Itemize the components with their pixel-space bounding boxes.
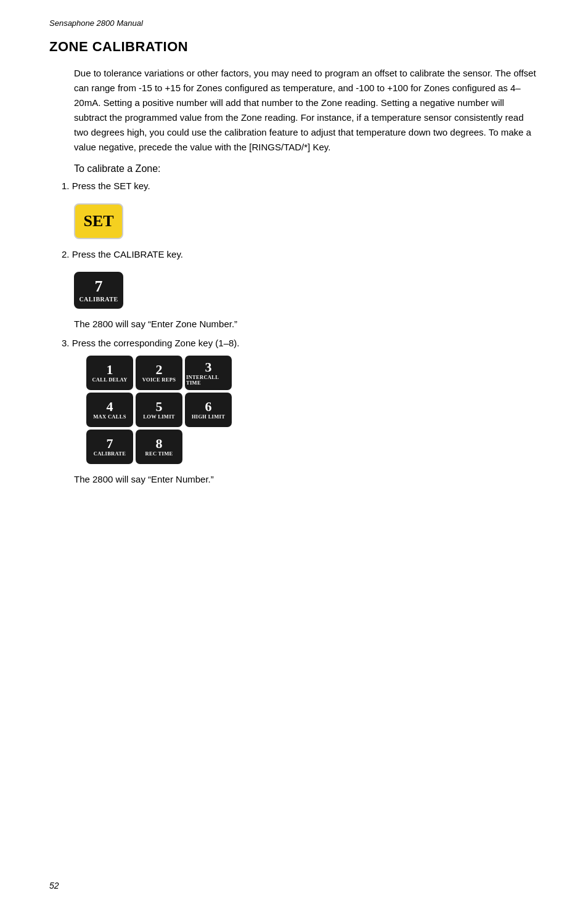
zone-key-5[interactable]: 5 LOW LIMIT [136,393,182,427]
zone-key-4[interactable]: 4 MAX CALLS [86,393,133,427]
step2-label: 2. Press the CALIBRATE key. [62,249,539,259]
calibrate-key-number: 7 [95,278,103,296]
step3-label: 3. Press the corresponding Zone key (1–8… [62,338,539,348]
zone-key-6-label: HIGH LIMIT [192,414,225,420]
page: Sensaphone 2800 Manual ZONE CALIBRATION … [0,0,588,909]
page-number: 52 [49,881,59,891]
zone-keys-row-1: 1 CALL DELAY 2 VOICE REPS 3 INTERCALL TI… [86,356,539,390]
calibrate-key-label: CALIBRATE [79,296,118,303]
zone-key-2-label: VOICE REPS [142,377,176,383]
zone-key-8[interactable]: 8 REC TIME [136,430,182,464]
step1-label: 1. Press the SET key. [62,181,539,191]
zone-key-5-label: LOW LIMIT [143,414,174,420]
step1-container: 1. Press the SET key. SET [62,181,539,249]
zone-key-3[interactable]: 3 INTERCALL TIME [185,356,232,390]
manual-title: Sensaphone 2800 Manual [49,18,539,28]
zone-key-4-number: 4 [107,399,113,414]
zone-key-1[interactable]: 1 CALL DELAY [86,356,133,390]
zone-keys-grid: 1 CALL DELAY 2 VOICE REPS 3 INTERCALL TI… [86,356,539,464]
zone-keys-row-3: 7 CALIBRATE 8 REC TIME [86,430,539,464]
zone-key-4-label: MAX CALLS [93,414,126,420]
zone-key-5-number: 5 [156,399,163,414]
zone-key-3-number: 3 [205,360,212,375]
zone-key-6-number: 6 [205,399,212,414]
zone-key-1-number: 1 [107,362,113,377]
zone-key-7-label: CALIBRATE [94,451,126,457]
set-key[interactable]: SET [74,203,123,239]
zone-key-8-label: REC TIME [145,451,173,457]
zone-key-2[interactable]: 2 VOICE REPS [136,356,182,390]
zone-key-7-number: 7 [107,436,113,451]
will-say-zone: The 2800 will say “Enter Zone Number.” [74,319,539,329]
body-paragraph: Due to tolerance variations or other fac… [74,66,539,155]
section-title: ZONE CALIBRATION [49,39,539,55]
step2-container: 2. Press the CALIBRATE key. 7 CALIBRATE [62,249,539,319]
step3-container: 3. Press the corresponding Zone key (1–8… [62,338,539,464]
zone-key-2-number: 2 [156,362,163,377]
zone-key-7[interactable]: 7 CALIBRATE [86,430,133,464]
will-say-number: The 2800 will say “Enter Number.” [74,474,539,484]
zone-key-1-label: CALL DELAY [92,377,127,383]
set-key-label: SET [83,212,113,230]
to-calibrate-label: To calibrate a Zone: [74,163,539,174]
calibrate-key[interactable]: 7 CALIBRATE [74,272,123,309]
zone-keys-row-2: 4 MAX CALLS 5 LOW LIMIT 6 HIGH LIMIT [86,393,539,427]
zone-key-6[interactable]: 6 HIGH LIMIT [185,393,232,427]
zone-key-8-number: 8 [156,436,163,451]
zone-key-3-label: INTERCALL TIME [186,375,231,386]
